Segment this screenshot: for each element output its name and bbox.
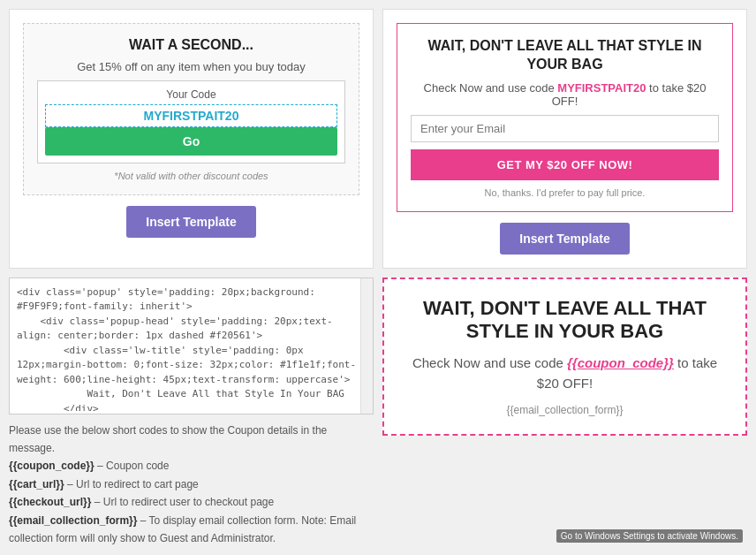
card1-disclaimer: *Not valid with other discount codes: [114, 171, 268, 181]
preview-panel-wrapper: WAIT, DON'T LEAVE ALL THAT STYLE IN YOUR…: [382, 278, 747, 548]
shortcode-3: {{checkout_url}} – Url to redirect user …: [9, 493, 374, 511]
card1-coupon-input: MYFIRSTPAIT20: [45, 104, 337, 127]
code-panel: Please use the below short codes to show…: [9, 278, 374, 548]
watermark-overlay: Go to Windows Settings to activate Windo…: [556, 529, 743, 543]
card2-subtitle-before: Check Now and use code: [424, 81, 558, 95]
shortcode-2: {{cart_url}} – Url to redirect to cart p…: [9, 475, 374, 493]
bottom-row: Please use the below short codes to show…: [9, 278, 747, 548]
insert-template-button-1[interactable]: Insert Template: [126, 206, 255, 238]
card2-subtitle: Check Now and use code MYFIRSTPAIT20 to …: [411, 81, 719, 108]
template-card-2: WAIT, DON'T LEAVE ALL THAT STYLE IN YOUR…: [382, 9, 747, 269]
top-row: WAIT A SECOND... Get 15% off on any item…: [9, 9, 747, 269]
preview-extra-shortcode: {{email_collection_form}}: [506, 404, 623, 416]
shortcodes-header: Please use the below short codes to show…: [9, 422, 374, 458]
card1-title: WAIT A SECOND...: [129, 37, 253, 53]
card1-go-button[interactable]: Go: [45, 127, 337, 156]
preview-subtitle-before: Check Now and use code: [412, 355, 567, 370]
insert-template-button-2[interactable]: Insert Template: [500, 223, 629, 255]
card1-preview: WAIT A SECOND... Get 15% off on any item…: [23, 23, 359, 195]
shortcode-var-1: {{coupon_code}}: [9, 460, 94, 472]
shortcode-var-2: {{cart_url}}: [9, 478, 64, 490]
shortcode-4: {{email_collection_form}} – To display e…: [9, 512, 374, 548]
card2-decline-text: No, thanks. I'd prefer to pay full price…: [485, 187, 646, 198]
card2-preview: WAIT, DON'T LEAVE ALL THAT STYLE IN YOUR…: [397, 23, 733, 212]
card1-code-box: Your Code MYFIRSTPAIT20 Go: [37, 80, 345, 163]
main-container: WAIT A SECOND... Get 15% off on any item…: [0, 0, 756, 555]
preview-subtitle: Check Now and use code {{coupon_code}} t…: [402, 354, 728, 393]
scrollbar[interactable]: [360, 278, 373, 414]
card2-email-input[interactable]: [411, 115, 719, 142]
card2-title: WAIT, DON'T LEAVE ALL THAT STYLE IN YOUR…: [411, 37, 719, 74]
code-editor[interactable]: [10, 278, 373, 411]
template-card-1: WAIT A SECOND... Get 15% off on any item…: [9, 9, 374, 269]
shortcode-desc-1: – Coupon code: [97, 460, 169, 472]
preview-title: WAIT, DON'T LEAVE ALL THAT STYLE IN YOUR…: [402, 297, 728, 344]
shortcode-desc-2: – Url to redirect to cart page: [67, 478, 199, 490]
card2-cta-button[interactable]: GET MY $20 OFF NOW!: [411, 149, 719, 180]
shortcode-var-4: {{email_collection_form}}: [9, 514, 137, 527]
preview-coupon-code: {{coupon_code}}: [567, 355, 674, 370]
shortcode-desc-3: – Url to redirect user to checkout page: [94, 496, 274, 508]
code-editor-wrapper: [9, 278, 374, 414]
shortcodes-info: Please use the below short codes to show…: [9, 422, 374, 548]
shortcode-var-3: {{checkout_url}}: [9, 496, 91, 508]
shortcode-1: {{coupon_code}} – Coupon code: [9, 457, 374, 475]
preview-panel: WAIT, DON'T LEAVE ALL THAT STYLE IN YOUR…: [382, 278, 747, 437]
card2-coupon-highlight: MYFIRSTPAIT20: [557, 81, 646, 95]
card1-code-label: Your Code: [45, 88, 337, 101]
card1-subtitle: Get 15% off on any item when you buy tod…: [77, 60, 305, 73]
